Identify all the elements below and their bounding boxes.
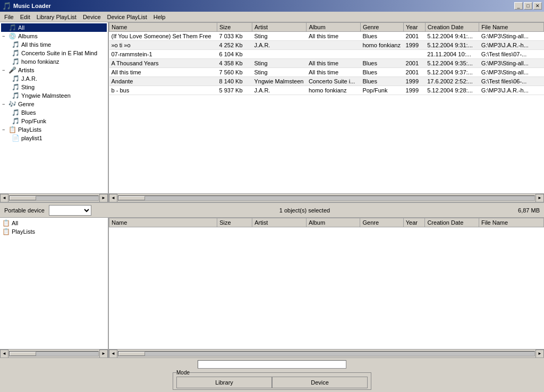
dt-hscroll-left-btn[interactable]: ◄ bbox=[109, 350, 117, 358]
track-row[interactable]: 07-rammstein-16 104 Kb21.11.2004 10:...G… bbox=[109, 50, 544, 59]
device-track-hscroll[interactable]: ◄ ► bbox=[109, 349, 544, 357]
col-header-artist[interactable]: Artist bbox=[252, 23, 306, 32]
bl-hscroll-thumb[interactable] bbox=[10, 352, 36, 356]
dcol-header-creation-date[interactable]: Creation Date bbox=[425, 218, 479, 227]
track-cell: Concerto Suite i... bbox=[307, 77, 360, 86]
bl-hscroll-right-btn[interactable]: ► bbox=[99, 350, 108, 358]
dcol-header-genre[interactable]: Genre bbox=[360, 218, 403, 227]
mode-fieldset: Mode Library Device bbox=[173, 370, 371, 390]
dt-hscroll-thumb[interactable] bbox=[118, 352, 145, 356]
track-hscroll-track[interactable] bbox=[118, 195, 535, 201]
tree-album-3[interactable]: 🎵 homo fonkianz bbox=[1, 57, 107, 66]
menu-library-playlist[interactable]: Library PlayList bbox=[33, 13, 80, 21]
track-cell: 2001 bbox=[404, 59, 426, 68]
minimize-button[interactable]: _ bbox=[514, 2, 523, 10]
tree-node-artists[interactable]: − 🎤 Artists bbox=[1, 66, 107, 74]
dcol-header-name[interactable]: Name bbox=[109, 218, 217, 227]
close-button[interactable]: ✕ bbox=[533, 2, 542, 10]
left-panel-hscroll[interactable]: ◄ ► bbox=[0, 193, 108, 202]
dcol-header-album[interactable]: Album bbox=[306, 218, 360, 227]
bl-hscroll-left-btn[interactable]: ◄ bbox=[0, 350, 8, 358]
genre-icon-2: 🎵 bbox=[12, 117, 20, 125]
bottom-left-hscroll[interactable]: ◄ ► bbox=[0, 349, 108, 357]
hscroll-left-btn[interactable]: ◄ bbox=[0, 194, 8, 202]
track-cell bbox=[404, 50, 426, 59]
device-track-table-container[interactable]: Name Size Artist Album Genre Year Creati… bbox=[109, 218, 544, 349]
track-cell: All this time bbox=[307, 59, 360, 68]
hscroll-track[interactable] bbox=[9, 195, 99, 201]
track-hscroll-right-btn[interactable]: ► bbox=[536, 194, 544, 202]
track-cell: G:\MP3\J.A.R.-h... bbox=[479, 86, 544, 95]
mode-library-button[interactable]: Library bbox=[176, 377, 272, 388]
tree-node-albums[interactable]: − 💿 Albums bbox=[1, 32, 107, 40]
track-row[interactable]: b - bus5 937 KbJ.A.R.homo fonkianzPop/Fu… bbox=[109, 86, 544, 95]
col-header-name[interactable]: Name bbox=[109, 23, 217, 32]
hscroll-thumb[interactable] bbox=[10, 196, 36, 200]
col-header-creation-date[interactable]: Creation Date bbox=[425, 23, 479, 32]
tree-artist-3[interactable]: 🎵 Yngwie Malmsteen bbox=[1, 91, 107, 100]
tree-genre-1[interactable]: 🎵 Blues bbox=[1, 108, 107, 117]
track-panel-hscroll[interactable]: ◄ ► bbox=[109, 193, 544, 202]
track-cell: 5.12.2004 9:28:... bbox=[425, 86, 479, 95]
track-cell: 2001 bbox=[404, 32, 426, 41]
col-header-size[interactable]: Size bbox=[217, 23, 252, 32]
tree-label-album-3: homo fonkianz bbox=[21, 58, 60, 65]
window-title: Music Loader bbox=[13, 3, 512, 9]
dt-hscroll-track[interactable] bbox=[118, 351, 535, 356]
track-table: Name Size Artist Album Genre Year Creati… bbox=[109, 22, 544, 95]
bottom-tree-playlists[interactable]: 📋 PlayLists bbox=[1, 227, 107, 236]
track-cell: G:\MP3\Sting-all... bbox=[479, 32, 544, 41]
track-row[interactable]: Andante8 140 KbYngwie MalmsteenConcerto … bbox=[109, 77, 544, 86]
expand-genre-icon[interactable]: − bbox=[2, 101, 7, 107]
expand-playlists-icon[interactable]: − bbox=[2, 127, 7, 132]
track-cell: Sting bbox=[252, 59, 306, 68]
bottom-tree-all[interactable]: 📋 All bbox=[1, 219, 107, 227]
albums-icon: 💿 bbox=[8, 32, 16, 40]
tree-album-2[interactable]: 🎵 Concerto Suite in E Flat Mind bbox=[1, 49, 107, 57]
menu-device[interactable]: Device bbox=[80, 13, 104, 21]
album-icon-2: 🎵 bbox=[12, 49, 20, 57]
col-header-genre[interactable]: Genre bbox=[360, 23, 403, 32]
col-header-year[interactable]: Year bbox=[404, 23, 426, 32]
track-cell: Blues bbox=[360, 77, 403, 86]
track-cell: Sting bbox=[252, 68, 306, 77]
tree-artist-2[interactable]: 🎵 Sting bbox=[1, 83, 107, 91]
dcol-header-year[interactable]: Year bbox=[403, 218, 425, 227]
track-row[interactable]: »o ti »o4 252 KbJ.A.R.homo fonkianz19995… bbox=[109, 41, 544, 50]
dt-hscroll-right-btn[interactable]: ► bbox=[536, 350, 544, 358]
mode-device-button[interactable]: Device bbox=[272, 377, 368, 388]
track-hscroll-left-btn[interactable]: ◄ bbox=[109, 194, 117, 202]
tree-album-1[interactable]: 🎵 All this time bbox=[1, 40, 107, 49]
tree-node-playlists[interactable]: − 📋 PlayLists bbox=[1, 125, 107, 134]
track-table-container[interactable]: Name Size Artist Album Genre Year Creati… bbox=[109, 22, 544, 193]
tree-label-playlists: PlayLists bbox=[18, 126, 41, 133]
menu-edit[interactable]: Edit bbox=[17, 13, 33, 21]
track-cell: homo fonkianz bbox=[360, 41, 403, 50]
tree-genre-2[interactable]: 🎵 Pop/Funk bbox=[1, 117, 107, 125]
menu-help[interactable]: Help bbox=[150, 13, 169, 21]
dcol-header-artist[interactable]: Artist bbox=[252, 218, 307, 227]
track-row[interactable]: (If You Love Someone) Set Them Free7 033… bbox=[109, 32, 544, 41]
track-row[interactable]: A Thousand Years4 358 KbStingAll this ti… bbox=[109, 59, 544, 68]
col-header-filename[interactable]: File Name bbox=[479, 23, 544, 32]
hscroll-right-btn[interactable]: ► bbox=[99, 194, 108, 202]
portable-device-select[interactable] bbox=[49, 205, 91, 216]
tree-playlist-1[interactable]: 📄 playlist1 bbox=[1, 134, 107, 142]
dcol-header-size[interactable]: Size bbox=[217, 218, 252, 227]
expand-albums-icon[interactable]: − bbox=[2, 33, 7, 39]
track-hscroll-thumb[interactable] bbox=[118, 196, 145, 200]
bl-hscroll-track[interactable] bbox=[9, 351, 99, 356]
tree-node-genre[interactable]: − 🎶 Genre bbox=[1, 100, 107, 108]
tree-node-all[interactable]: 🎵 All bbox=[1, 23, 107, 32]
tree-artist-1[interactable]: 🎵 J.A.R. bbox=[1, 74, 107, 83]
menu-file[interactable]: File bbox=[1, 13, 17, 21]
menu-bar: File Edit Library PlayList Device Device… bbox=[0, 12, 544, 22]
expand-artists-icon[interactable]: − bbox=[2, 67, 7, 73]
menu-device-playlist[interactable]: Device PlayList bbox=[104, 13, 150, 21]
dcol-header-filename[interactable]: File Name bbox=[479, 218, 544, 227]
track-row[interactable]: All this time7 560 KbStingAll this timeB… bbox=[109, 68, 544, 77]
track-cell: 21.11.2004 10:... bbox=[425, 50, 479, 59]
col-header-album[interactable]: Album bbox=[307, 23, 360, 32]
maximize-button[interactable]: □ bbox=[524, 2, 532, 10]
library-tree: 🎵 All − 💿 Albums 🎵 All this time 🎵 Conce… bbox=[0, 22, 108, 193]
